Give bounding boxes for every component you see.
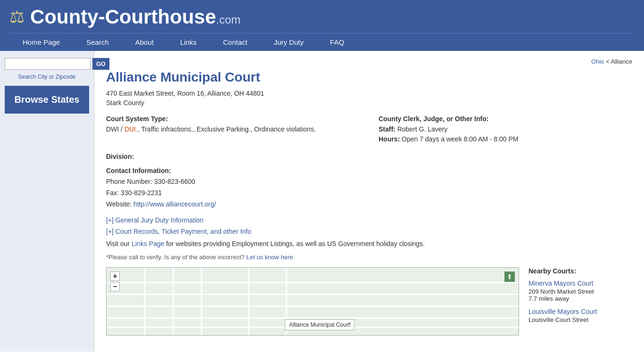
nearby-court-1-dist: 7.7 miles away — [528, 295, 632, 302]
nav-jury-duty[interactable]: Jury Duty — [261, 33, 317, 51]
contact-label: Contact Information: — [106, 167, 632, 174]
map-container: + − ⬆ ✕ Alliance Municipal Court — [106, 267, 519, 336]
info-left: Court System Type: DWI / DUI., Traffic i… — [106, 115, 360, 144]
map-nearby-section: + − ⬆ ✕ Alliance Municipal Court Nearby … — [106, 267, 632, 336]
nav-about[interactable]: About — [122, 33, 167, 51]
road-v2 — [173, 268, 174, 335]
court-records-link[interactable]: [+] Court Records, Ticket Payment, and o… — [106, 228, 632, 235]
nav-faq[interactable]: FAQ — [317, 33, 357, 51]
phone-line: Phone Number: 330-823-6600 — [106, 176, 632, 188]
court-address: 470 East Market Street, Room 16, Allianc… — [106, 90, 632, 97]
nearby-title: Nearby Courts: — [528, 267, 632, 275]
staff-value: Staff: Robert G. Lavery — [379, 124, 632, 134]
info-right: County Clerk, Judge, or Other Info: Staf… — [379, 115, 632, 144]
search-box: GO — [5, 58, 89, 70]
breadcrumb-separator: < — [604, 58, 611, 65]
nearby-courts: Nearby Courts: Minerva Mayors Court 209 … — [528, 267, 632, 336]
hours-value: Hours: Open 7 days a week 8:00 AM - 8:00… — [379, 134, 632, 144]
website-line: Website: http://www.alliancecourt.org/ — [106, 199, 632, 210]
breadcrumb-state[interactable]: Ohio — [591, 58, 604, 65]
info-grid: Court System Type: DWI / DUI., Traffic i… — [106, 115, 632, 144]
jury-duty-link[interactable]: [+] General Jury Duty Information — [106, 216, 632, 224]
main-nav: Home Page Search About Links Contact Jur… — [9, 33, 635, 51]
court-title: Alliance Municipal Court — [106, 70, 632, 85]
system-type-value: DWI / DUI., Traffic infractions., Exclus… — [106, 124, 360, 134]
nav-home[interactable]: Home Page — [9, 33, 73, 51]
main-content: Ohio < Alliance Alliance Municipal Court… — [94, 51, 644, 352]
court-county: Stark County — [106, 99, 632, 107]
nearby-court-1-name[interactable]: Minerva Mayors Court — [528, 280, 632, 287]
road-v1 — [144, 268, 146, 335]
site-logo: County-Courthouse.com — [30, 6, 240, 28]
division-section: Division: — [106, 153, 632, 160]
visit-text: Visit our Links Page for websites provid… — [106, 239, 632, 249]
dui-link[interactable]: DUI. — [124, 125, 138, 133]
nav-contact[interactable]: Contact — [210, 33, 261, 51]
map-share-icon[interactable]: ⬆ — [504, 272, 515, 282]
search-label: Search City or Zipcode — [5, 74, 89, 80]
nearby-court-2-addr: Louisville Court Street — [528, 316, 632, 323]
road-v4 — [248, 268, 249, 335]
main-layout: GO Search City or Zipcode Browse States … — [0, 51, 644, 352]
website-link[interactable]: http://www.alliancecourt.org/ — [133, 200, 216, 208]
contact-section: Contact Information: Phone Number: 330-8… — [106, 167, 632, 210]
scales-icon: ⚖ — [9, 7, 25, 27]
system-type-label: Court System Type: — [106, 115, 360, 123]
nav-search[interactable]: Search — [73, 33, 122, 51]
sidebar: GO Search City or Zipcode Browse States — [0, 51, 94, 352]
road-h4 — [107, 317, 519, 319]
road-h2 — [107, 294, 519, 295]
site-header: ⚖ County-Courthouse.com Home Page Search… — [0, 0, 644, 51]
search-input[interactable] — [5, 58, 91, 70]
map-zoom-out[interactable]: − — [110, 282, 120, 291]
road-v3 — [201, 268, 202, 335]
breadcrumb: Ohio < Alliance — [106, 58, 632, 65]
logo-area: ⚖ County-Courthouse.com — [9, 6, 635, 33]
nearby-court-1-addr: 209 North Market Street — [528, 288, 632, 295]
verify-text: *Please call to verify. Is any of the ab… — [106, 254, 632, 261]
map-zoom-in[interactable]: + — [110, 272, 120, 281]
browse-states-button[interactable]: Browse States — [5, 86, 89, 114]
map-label: ✕ Alliance Municipal Court — [285, 319, 354, 330]
links-page-link[interactable]: Links Page — [132, 240, 164, 247]
division-label: Division: — [106, 153, 632, 160]
road-h1 — [107, 282, 519, 283]
nav-links[interactable]: Links — [167, 33, 210, 51]
map-close-icon[interactable]: ✕ — [347, 321, 352, 327]
breadcrumb-city: Alliance — [611, 58, 632, 65]
map-background: + − ⬆ ✕ Alliance Municipal Court — [107, 268, 519, 335]
staff-label: County Clerk, Judge, or Other Info: — [379, 115, 632, 123]
nearby-court-2-name[interactable]: Louisville Mayors Court — [528, 308, 632, 315]
let-us-know-link[interactable]: Let us know here — [246, 254, 293, 261]
road-h3 — [107, 305, 519, 307]
fax-line: Fax: 330-829-2231 — [106, 188, 632, 199]
